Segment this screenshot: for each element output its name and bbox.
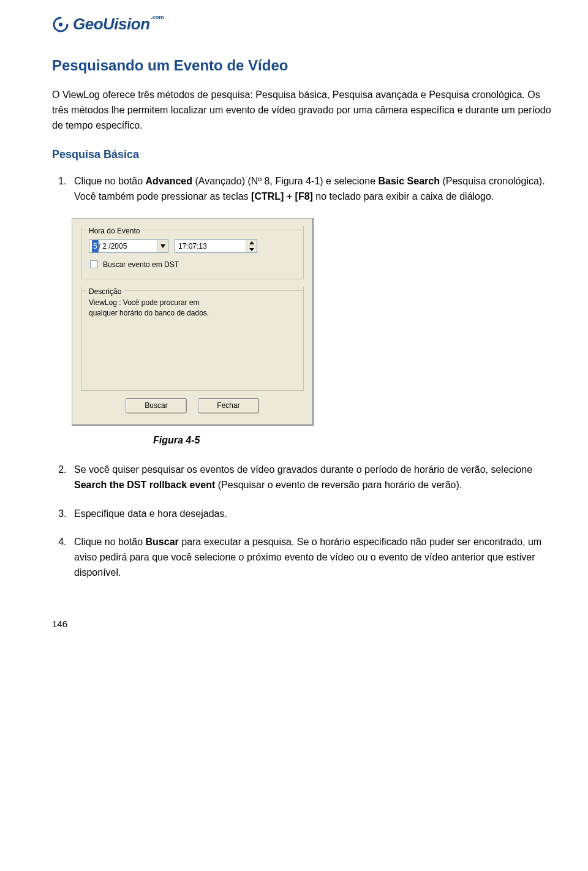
checkbox-icon[interactable] [90, 260, 98, 268]
dialog-screenshot: Hora do Evento 5/ 2 /2005 17:07:13 [72, 218, 551, 426]
description-text: ViewLog : Você pode procurar em qualquer… [89, 298, 296, 319]
step-3: Especifique data e hora desejadas. [69, 507, 551, 522]
basic-search-dialog: Hora do Evento 5/ 2 /2005 17:07:13 [72, 218, 314, 426]
groupbox-legend-time: Hora do Evento [86, 225, 142, 236]
step-4: Clique no botão Buscar para executar a p… [69, 535, 551, 580]
groupbox-legend-desc: Descrição [86, 286, 124, 297]
intro-paragraph: O ViewLog oferece três métodos de pesqui… [52, 88, 551, 133]
steps-list-continued: Se você quiser pesquisar os eventos de v… [52, 462, 551, 581]
dst-checkbox-row[interactable]: Buscar evento em DST [90, 259, 296, 270]
spinner-down-icon[interactable] [246, 246, 257, 252]
groupbox-event-time: Hora do Evento 5/ 2 /2005 17:07:13 [81, 226, 304, 279]
search-button[interactable]: Buscar [126, 398, 187, 413]
close-button[interactable]: Fechar [198, 398, 259, 413]
brand-logo: GeoUision.com [52, 12, 551, 36]
page-number: 146 [52, 617, 551, 632]
time-field[interactable]: 17:07:13 [175, 239, 257, 253]
logo-text: GeoUision.com [73, 12, 164, 36]
logo-arc-icon [52, 16, 69, 33]
dst-checkbox-label: Buscar evento em DST [103, 259, 179, 270]
chevron-down-icon[interactable] [157, 240, 168, 252]
groupbox-description: Descrição ViewLog : Você pode procurar e… [81, 287, 304, 391]
step-1: Clique no botão Advanced (Avançado) (Nº … [69, 174, 551, 205]
step-2: Se você quiser pesquisar os eventos de v… [69, 462, 551, 493]
spinner-buttons[interactable] [246, 240, 257, 252]
page-title: Pesquisando um Evento de Vídeo [52, 55, 551, 77]
figure-caption: Figura 4-5 [153, 433, 551, 448]
steps-list: Clique no botão Advanced (Avançado) (Nº … [52, 174, 551, 205]
svg-point-0 [59, 22, 62, 26]
section-heading-basic-search: Pesquisa Básica [52, 146, 551, 163]
date-field[interactable]: 5/ 2 /2005 [89, 239, 168, 253]
spinner-up-icon[interactable] [246, 240, 257, 247]
